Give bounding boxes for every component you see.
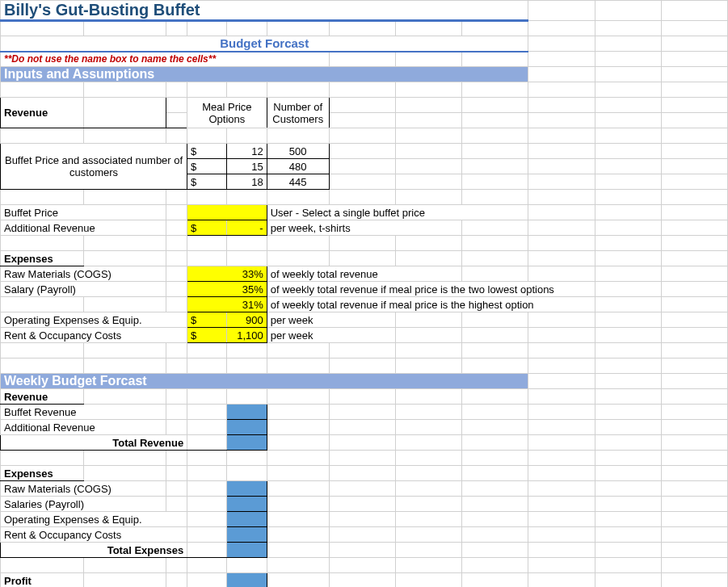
price-1[interactable]: 12 (227, 144, 267, 159)
buffet-price-input[interactable] (187, 205, 267, 220)
revenue-label: Revenue (1, 98, 84, 128)
wb-addl-rev: Additional Revenue (1, 420, 166, 435)
raw-materials-label: Raw Materials (COGS) (1, 266, 166, 282)
salary-note2: of weekly total revenue if meal price is… (267, 297, 595, 312)
opex-label: Operating Expenses & Equip. (1, 312, 187, 328)
raw-materials-pct[interactable]: 33% (187, 266, 267, 282)
salary-pct1[interactable]: 35% (187, 282, 267, 297)
wb-revenue: Revenue (1, 389, 84, 405)
wb-opex-cell[interactable] (227, 512, 267, 527)
opex-value[interactable]: 900 (227, 312, 267, 328)
wb-buffet-rev-cell[interactable] (227, 405, 267, 420)
salary-pct2[interactable]: 31% (187, 297, 267, 312)
inputs-header: Inputs and Assumptions (1, 67, 528, 82)
warning: **Do not use the name box to name the ce… (1, 52, 330, 67)
wb-raw-cell[interactable] (227, 481, 267, 497)
addl-revenue-note: per week, t-shirts (267, 220, 461, 236)
buffet-price-desc: Buffet Price and associated number of cu… (1, 144, 187, 190)
wb-opex: Operating Expenses & Equip. (1, 512, 187, 527)
wb-rent: Rent & Occupancy Costs (1, 527, 187, 543)
wb-profit: Profit (1, 573, 84, 588)
rent-note: per week (267, 328, 395, 343)
meal-price-header: Meal Price Options (187, 98, 267, 128)
addl-revenue-input[interactable]: - (227, 220, 267, 236)
price-2[interactable]: 15 (227, 159, 267, 174)
wb-rent-cell[interactable] (227, 527, 267, 543)
rent-value[interactable]: 1,100 (227, 328, 267, 343)
dollar-symbol: $ (187, 174, 227, 190)
wb-buffet-rev: Buffet Revenue (1, 405, 166, 420)
opex-note: per week (267, 312, 395, 328)
dollar-symbol: $ (187, 328, 227, 343)
raw-materials-note: of weekly total revenue (267, 266, 461, 282)
wb-total-rev-cell[interactable] (227, 435, 267, 451)
subtitle: Budget Forcast (1, 36, 528, 52)
dollar-symbol: $ (187, 220, 227, 236)
buffet-price-label: Buffet Price (1, 205, 166, 220)
dollar-symbol: $ (187, 312, 227, 328)
spreadsheet: Billy's Gut-Busting Buffet Budget Forcas… (0, 0, 728, 587)
rent-label: Rent & Occupancy Costs (1, 328, 187, 343)
buffet-price-note: User - Select a single buffet price (267, 205, 528, 220)
wb-total-exp-cell[interactable] (227, 543, 267, 558)
wb-raw: Raw Materials (COGS) (1, 481, 166, 497)
wb-total-rev: Total Revenue (1, 435, 187, 451)
wb-total-exp: Total Expenses (1, 543, 187, 558)
price-3[interactable]: 18 (227, 174, 267, 190)
customers-3[interactable]: 445 (267, 174, 329, 190)
title: Billy's Gut-Busting Buffet (1, 1, 528, 21)
customers-1[interactable]: 500 (267, 144, 329, 159)
customers-2[interactable]: 480 (267, 159, 329, 174)
wb-salaries: Salaries (Payroll) (1, 497, 166, 512)
num-customers-header: Number of Customers (267, 98, 329, 128)
wb-salaries-cell[interactable] (227, 497, 267, 512)
dollar-symbol: $ (187, 144, 227, 159)
wb-addl-rev-cell[interactable] (227, 420, 267, 435)
addl-revenue-label: Additional Revenue (1, 220, 166, 236)
wb-profit-cell[interactable] (227, 573, 267, 588)
expenses-label: Expenses (1, 251, 84, 266)
dollar-symbol: $ (187, 159, 227, 174)
weekly-header: Weekly Budget Forcast (1, 374, 528, 389)
wb-expenses: Expenses (1, 466, 84, 481)
salary-note1: of weekly total revenue if meal price is… (267, 282, 595, 297)
salary-label: Salary (Payroll) (1, 282, 166, 297)
